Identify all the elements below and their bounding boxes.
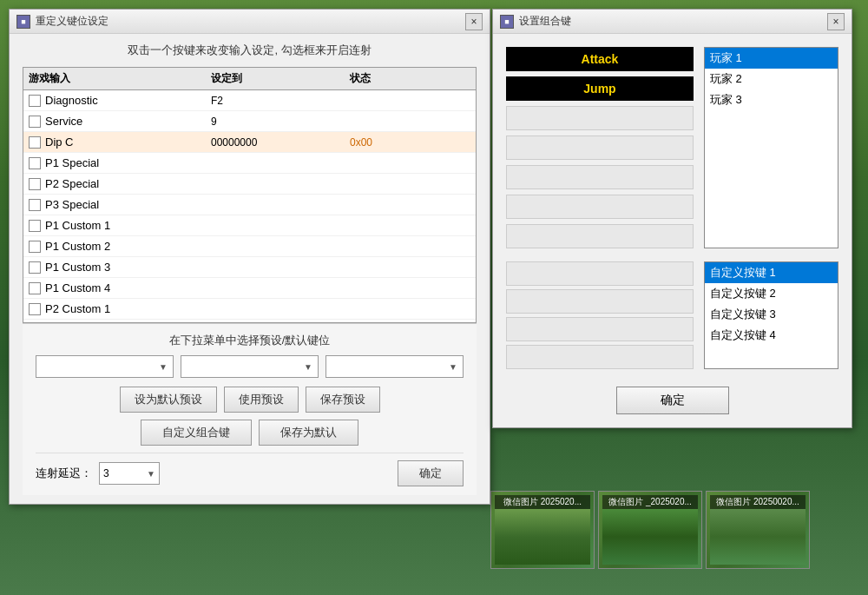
player-item-3[interactable]: 玩家 3 xyxy=(705,89,838,110)
row-game-col: P1 Special xyxy=(29,156,211,169)
dialog-keybind-body: 双击一个按键来改变输入设定, 勾选框来开启连射 游戏输入 设定到 状态 Diag… xyxy=(10,34,490,504)
jump-key-button[interactable]: Jump xyxy=(506,76,694,101)
thumbnail-2-label: 微信图片 _2025020... xyxy=(602,495,698,509)
keybind-table: 游戏输入 设定到 状态 Diagnostic F2 xyxy=(23,67,477,323)
table-row: P1 Custom 4 xyxy=(23,278,476,299)
row-name: Service xyxy=(45,115,82,128)
combo-confirm-button[interactable]: 确定 xyxy=(616,387,729,414)
thumbnail-1[interactable]: 微信图片 2025020... xyxy=(490,491,595,569)
player-item-1[interactable]: 玩家 1 xyxy=(705,48,838,69)
combo-bottom-empty-3 xyxy=(506,317,694,341)
combo-bottom-empty-2 xyxy=(506,289,694,314)
custom-combo-button[interactable]: 自定义组合键 xyxy=(141,420,252,446)
row-checkbox[interactable] xyxy=(29,199,41,211)
latency-label: 连射延迟： xyxy=(36,466,92,481)
save-preset-button[interactable]: 保存预设 xyxy=(306,387,380,413)
dialog-combo: ■ 设置组合键 × Attack Jump 玩家 1 玩家 2 玩家 xyxy=(492,9,852,428)
title-left: ■ 重定义键位设定 xyxy=(16,14,108,29)
combo-bottom-left xyxy=(506,261,694,369)
save-default-button[interactable]: 保存为默认 xyxy=(259,420,358,446)
custom-button-item-2[interactable]: 自定义按键 2 xyxy=(705,283,838,304)
row-name: P3 Special xyxy=(45,198,99,211)
row-status: 0x00 xyxy=(350,136,470,149)
row-checkbox[interactable] xyxy=(29,116,41,128)
custom-button-item-3[interactable]: 自定义按键 3 xyxy=(705,304,838,325)
row-checkbox[interactable] xyxy=(29,282,41,294)
player-item-2[interactable]: 玩家 2 xyxy=(705,69,838,89)
footer-row: 连射延迟： 3 ▼ 确定 xyxy=(36,453,464,486)
dialog-combo-body: Attack Jump 玩家 1 玩家 2 玩家 3 xyxy=(493,34,852,427)
row-checkbox[interactable] xyxy=(29,220,41,232)
table-row: Service 9 xyxy=(23,111,476,132)
preset-btn-row: 设为默认预设 使用预设 保存预设 xyxy=(36,387,464,413)
combo-confirm-row: 确定 xyxy=(506,387,838,414)
combo-empty-row-5 xyxy=(506,224,694,248)
row-key: 00000000 xyxy=(211,136,350,149)
latency-section: 连射延迟： 3 ▼ xyxy=(36,462,160,485)
combo-keys-area: Attack Jump xyxy=(506,47,694,248)
row-checkbox[interactable] xyxy=(29,178,41,190)
custom-button-item-1[interactable]: 自定义按键 1 xyxy=(705,262,838,283)
players-listbox[interactable]: 玩家 1 玩家 2 玩家 3 xyxy=(704,47,838,248)
table-row: P2 Custom 1 xyxy=(23,299,476,320)
set-default-button[interactable]: 设为默认预设 xyxy=(120,387,217,413)
row-name: Dip C xyxy=(45,136,74,149)
players-listbox-container: 玩家 1 玩家 2 玩家 3 xyxy=(704,47,838,248)
combo-empty-row-4 xyxy=(506,195,694,219)
chevron-down-icon: ▼ xyxy=(159,362,168,372)
row-checkbox[interactable] xyxy=(29,261,41,274)
keybind-confirm-button[interactable]: 确定 xyxy=(398,460,464,486)
row-game-col: P2 Custom 1 xyxy=(29,302,211,315)
dialog-keybind: ■ 重定义键位设定 × 双击一个按键来改变输入设定, 勾选框来开启连射 游戏输入… xyxy=(9,9,490,505)
custom-buttons-listbox[interactable]: 自定义按键 1 自定义按键 2 自定义按键 3 自定义按键 4 xyxy=(704,261,838,369)
table-row: P1 Custom 2 xyxy=(23,236,476,257)
combo-empty-row-3 xyxy=(506,165,694,189)
attack-key-button[interactable]: Attack xyxy=(506,47,694,71)
chevron-down-icon: ▼ xyxy=(449,362,457,372)
row-name: P1 Special xyxy=(45,156,99,169)
thumbnail-3[interactable]: 微信图片 20250020... xyxy=(706,491,810,569)
table-row-highlighted: Dip C 00000000 0x00 xyxy=(23,132,476,153)
row-checkbox[interactable] xyxy=(29,303,41,315)
use-preset-button[interactable]: 使用预设 xyxy=(224,387,299,413)
row-checkbox[interactable] xyxy=(29,136,41,149)
thumbnail-1-label: 微信图片 2025020... xyxy=(495,495,590,509)
dialog-keybind-title: 重定义键位设定 xyxy=(36,14,108,29)
combo-empty-row-2 xyxy=(506,136,694,160)
dialog-keybind-close[interactable]: × xyxy=(465,13,483,30)
chevron-down-icon: ▼ xyxy=(147,469,155,479)
chevron-down-icon: ▼ xyxy=(304,362,312,372)
combo-empty-row-1 xyxy=(506,106,694,130)
dialog-keybind-titlebar: ■ 重定义键位设定 × xyxy=(10,10,490,34)
preset-dropdown-3[interactable]: ▼ xyxy=(326,355,464,378)
row-name: Diagnostic xyxy=(45,94,98,107)
custom-buttons-listbox-container: 自定义按键 1 自定义按键 2 自定义按键 3 自定义按键 4 xyxy=(704,261,838,369)
thumbnail-2[interactable]: 微信图片 _2025020... xyxy=(598,491,702,569)
row-game-col: P1 Custom 1 xyxy=(29,219,211,232)
row-checkbox[interactable] xyxy=(29,157,41,169)
latency-value: 3 xyxy=(103,467,109,479)
table-row: P2 Special xyxy=(23,174,476,195)
row-key: F2 xyxy=(211,95,350,107)
row-game-col: Dip C xyxy=(29,136,211,149)
preset-dropdown-2[interactable]: ▼ xyxy=(181,355,319,378)
row-game-col: P2 Special xyxy=(29,177,211,190)
preset-title: 在下拉菜单中选择预设/默认键位 xyxy=(36,333,464,348)
thumbnail-3-label: 微信图片 20250020... xyxy=(710,495,806,509)
col-header-set: 设定到 xyxy=(211,71,350,86)
custom-button-item-4[interactable]: 自定义按键 4 xyxy=(705,325,838,346)
row-checkbox[interactable] xyxy=(29,95,41,107)
table-scroll[interactable]: Diagnostic F2 Service 9 xyxy=(23,90,476,322)
row-name: P2 Special xyxy=(45,177,99,190)
row-name: P2 Custom 1 xyxy=(45,302,110,315)
combo-bottom-empty-4 xyxy=(506,345,694,369)
row-checkbox[interactable] xyxy=(29,241,41,253)
dialog-combo-titlebar: ■ 设置组合键 × xyxy=(493,10,852,34)
dialog-combo-close[interactable]: × xyxy=(827,13,845,30)
preset-dropdown-1[interactable]: ▼ xyxy=(36,355,174,378)
combo-layout: Attack Jump 玩家 1 玩家 2 玩家 3 xyxy=(506,47,838,248)
latency-select[interactable]: 3 ▼ xyxy=(99,462,160,485)
instruction-text: 双击一个按键来改变输入设定, 勾选框来开启连射 xyxy=(23,43,477,58)
bottom-section: 在下拉菜单中选择预设/默认键位 ▼ ▼ ▼ 设为默认预设 使用预设 保存预设 xyxy=(23,323,477,495)
dialog-combo-title: 设置组合键 xyxy=(519,14,571,29)
